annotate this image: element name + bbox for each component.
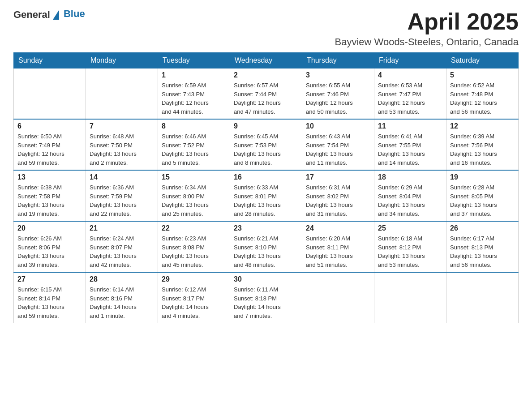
day-number: 12 (450, 122, 515, 130)
table-row: 17Sunrise: 6:31 AM Sunset: 8:02 PM Dayli… (302, 170, 374, 221)
day-number: 27 (17, 275, 82, 283)
table-row: 8Sunrise: 6:46 AM Sunset: 7:52 PM Daylig… (158, 119, 230, 170)
table-row: 30Sunrise: 6:11 AM Sunset: 8:18 PM Dayli… (230, 272, 302, 323)
table-row: 24Sunrise: 6:20 AM Sunset: 8:11 PM Dayli… (302, 221, 374, 272)
col-sunday: Sunday (14, 53, 86, 68)
day-number: 13 (17, 173, 82, 181)
day-number: 2 (234, 71, 298, 79)
day-number: 14 (90, 173, 154, 181)
calendar-header-row: Sunday Monday Tuesday Wednesday Thursday… (14, 53, 519, 68)
day-info: Sunrise: 6:14 AM Sunset: 8:16 PM Dayligh… (90, 285, 154, 320)
day-number: 8 (162, 122, 226, 130)
title-block: April 2025 Bayview Woods-Steeles, Ontari… (335, 9, 519, 48)
table-row: 13Sunrise: 6:38 AM Sunset: 7:58 PM Dayli… (14, 170, 86, 221)
table-row: 9Sunrise: 6:45 AM Sunset: 7:53 PM Daylig… (230, 119, 302, 170)
day-info: Sunrise: 6:11 AM Sunset: 8:18 PM Dayligh… (234, 285, 298, 320)
day-info: Sunrise: 6:41 AM Sunset: 7:55 PM Dayligh… (378, 132, 442, 167)
day-info: Sunrise: 6:34 AM Sunset: 8:00 PM Dayligh… (162, 183, 226, 218)
day-info: Sunrise: 6:26 AM Sunset: 8:06 PM Dayligh… (17, 234, 82, 269)
day-info: Sunrise: 6:23 AM Sunset: 8:08 PM Dayligh… (162, 234, 226, 269)
day-number: 1 (162, 71, 226, 79)
table-row (86, 68, 158, 120)
table-row: 5Sunrise: 6:52 AM Sunset: 7:48 PM Daylig… (446, 68, 519, 120)
day-info: Sunrise: 6:36 AM Sunset: 7:59 PM Dayligh… (90, 183, 154, 218)
day-number: 10 (306, 122, 370, 130)
table-row: 22Sunrise: 6:23 AM Sunset: 8:08 PM Dayli… (158, 221, 230, 272)
day-number: 20 (17, 224, 82, 232)
table-row: 6Sunrise: 6:50 AM Sunset: 7:49 PM Daylig… (14, 119, 86, 170)
table-row: 26Sunrise: 6:17 AM Sunset: 8:13 PM Dayli… (446, 221, 519, 272)
table-row: 27Sunrise: 6:15 AM Sunset: 8:14 PM Dayli… (14, 272, 86, 323)
calendar-week-row: 1Sunrise: 6:59 AM Sunset: 7:43 PM Daylig… (14, 68, 519, 120)
day-number: 29 (162, 275, 226, 283)
day-info: Sunrise: 6:45 AM Sunset: 7:53 PM Dayligh… (234, 132, 298, 167)
day-number: 19 (450, 173, 515, 181)
day-number: 7 (90, 122, 154, 130)
page-header: General Blue April 2025 Bayview Woods-St… (13, 9, 519, 48)
table-row: 29Sunrise: 6:12 AM Sunset: 8:17 PM Dayli… (158, 272, 230, 323)
table-row: 20Sunrise: 6:26 AM Sunset: 8:06 PM Dayli… (14, 221, 86, 272)
day-info: Sunrise: 6:59 AM Sunset: 7:43 PM Dayligh… (162, 81, 226, 116)
day-info: Sunrise: 6:39 AM Sunset: 7:56 PM Dayligh… (450, 132, 515, 167)
day-number: 23 (234, 224, 298, 232)
col-monday: Monday (86, 53, 158, 68)
day-number: 9 (234, 122, 298, 130)
day-info: Sunrise: 6:43 AM Sunset: 7:54 PM Dayligh… (306, 132, 370, 167)
calendar-week-row: 13Sunrise: 6:38 AM Sunset: 7:58 PM Dayli… (14, 170, 519, 221)
table-row: 16Sunrise: 6:33 AM Sunset: 8:01 PM Dayli… (230, 170, 302, 221)
col-thursday: Thursday (302, 53, 374, 68)
day-number: 11 (378, 122, 442, 130)
day-info: Sunrise: 6:20 AM Sunset: 8:11 PM Dayligh… (306, 234, 370, 269)
day-info: Sunrise: 6:46 AM Sunset: 7:52 PM Dayligh… (162, 132, 226, 167)
day-info: Sunrise: 6:31 AM Sunset: 8:02 PM Dayligh… (306, 183, 370, 218)
table-row (14, 68, 86, 120)
day-info: Sunrise: 6:12 AM Sunset: 8:17 PM Dayligh… (162, 285, 226, 320)
calendar-week-row: 6Sunrise: 6:50 AM Sunset: 7:49 PM Daylig… (14, 119, 519, 170)
day-info: Sunrise: 6:17 AM Sunset: 8:13 PM Dayligh… (450, 234, 515, 269)
table-row: 19Sunrise: 6:28 AM Sunset: 8:05 PM Dayli… (446, 170, 519, 221)
day-info: Sunrise: 6:57 AM Sunset: 7:44 PM Dayligh… (234, 81, 298, 116)
day-number: 17 (306, 173, 370, 181)
day-info: Sunrise: 6:38 AM Sunset: 7:58 PM Dayligh… (17, 183, 82, 218)
table-row: 3Sunrise: 6:55 AM Sunset: 7:46 PM Daylig… (302, 68, 374, 120)
table-row: 14Sunrise: 6:36 AM Sunset: 7:59 PM Dayli… (86, 170, 158, 221)
day-number: 18 (378, 173, 442, 181)
location-title: Bayview Woods-Steeles, Ontario, Canada (335, 36, 519, 48)
day-info: Sunrise: 6:55 AM Sunset: 7:46 PM Dayligh… (306, 81, 370, 116)
day-info: Sunrise: 6:50 AM Sunset: 7:49 PM Dayligh… (17, 132, 82, 167)
day-number: 5 (450, 71, 515, 79)
table-row: 2Sunrise: 6:57 AM Sunset: 7:44 PM Daylig… (230, 68, 302, 120)
day-info: Sunrise: 6:52 AM Sunset: 7:48 PM Dayligh… (450, 81, 515, 116)
table-row: 23Sunrise: 6:21 AM Sunset: 8:10 PM Dayli… (230, 221, 302, 272)
col-friday: Friday (374, 53, 446, 68)
day-number: 24 (306, 224, 370, 232)
logo[interactable]: General Blue (13, 9, 85, 21)
day-info: Sunrise: 6:29 AM Sunset: 8:04 PM Dayligh… (378, 183, 442, 218)
day-number: 30 (234, 275, 298, 283)
table-row: 25Sunrise: 6:18 AM Sunset: 8:12 PM Dayli… (374, 221, 446, 272)
col-wednesday: Wednesday (230, 53, 302, 68)
month-title: April 2025 (335, 9, 519, 34)
table-row (446, 272, 519, 323)
table-row: 10Sunrise: 6:43 AM Sunset: 7:54 PM Dayli… (302, 119, 374, 170)
logo-general-text: General (13, 9, 50, 21)
day-number: 26 (450, 224, 515, 232)
day-info: Sunrise: 6:21 AM Sunset: 8:10 PM Dayligh… (234, 234, 298, 269)
logo-triangle-icon (53, 10, 59, 20)
day-info: Sunrise: 6:18 AM Sunset: 8:12 PM Dayligh… (378, 234, 442, 269)
day-info: Sunrise: 6:28 AM Sunset: 8:05 PM Dayligh… (450, 183, 515, 218)
table-row: 18Sunrise: 6:29 AM Sunset: 8:04 PM Dayli… (374, 170, 446, 221)
day-number: 3 (306, 71, 370, 79)
day-info: Sunrise: 6:53 AM Sunset: 7:47 PM Dayligh… (378, 81, 442, 116)
table-row: 1Sunrise: 6:59 AM Sunset: 7:43 PM Daylig… (158, 68, 230, 120)
calendar-week-row: 20Sunrise: 6:26 AM Sunset: 8:06 PM Dayli… (14, 221, 519, 272)
calendar-table: Sunday Monday Tuesday Wednesday Thursday… (13, 52, 519, 323)
day-info: Sunrise: 6:24 AM Sunset: 8:07 PM Dayligh… (90, 234, 154, 269)
table-row: 4Sunrise: 6:53 AM Sunset: 7:47 PM Daylig… (374, 68, 446, 120)
day-number: 28 (90, 275, 154, 283)
day-info: Sunrise: 6:15 AM Sunset: 8:14 PM Dayligh… (17, 285, 82, 320)
table-row: 21Sunrise: 6:24 AM Sunset: 8:07 PM Dayli… (86, 221, 158, 272)
table-row (374, 272, 446, 323)
day-number: 16 (234, 173, 298, 181)
table-row: 28Sunrise: 6:14 AM Sunset: 8:16 PM Dayli… (86, 272, 158, 323)
